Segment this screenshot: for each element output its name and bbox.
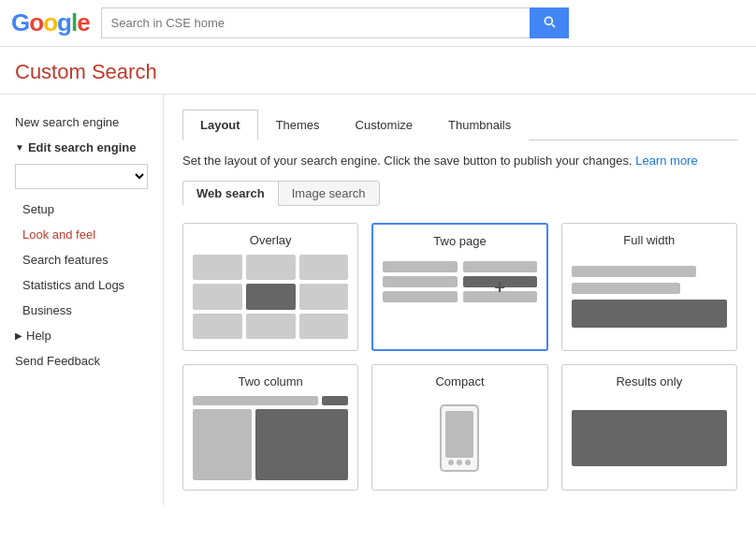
sidebar-item-search-features[interactable]: Search features [7,247,163,272]
layout-card-two-page[interactable]: Two page + [371,223,547,351]
sidebar: New search engine ▼ Edit search engine S… [0,95,164,506]
layout-grid: Overlay Two p [182,223,737,491]
layout-two-page-label: Two page [383,234,536,248]
layout-full-width-preview [572,255,727,339]
learn-more-link[interactable]: Learn more [635,154,697,168]
layout-two-page-preview: + [383,256,536,340]
search-icon [542,14,557,29]
sub-tab-web-search[interactable]: Web search [182,181,279,206]
search-bar [101,7,569,38]
tab-layout[interactable]: Layout [182,110,258,140]
tab-themes[interactable]: Themes [258,110,338,140]
chevron-right-icon: ▶ [15,330,22,341]
header: Google [0,0,756,47]
search-button[interactable] [530,7,569,38]
sidebar-item-stats[interactable]: Statistics and Logs [7,272,163,298]
chevron-down-icon: ▼ [15,142,24,153]
sidebar-item-feedback[interactable]: Send Feedback [0,348,163,374]
layout-full-width-label: Full width [572,233,727,247]
layout-card-compact[interactable]: Compact [371,364,547,491]
google-logo: Google [11,8,90,37]
description: Set the layout of your search engine. Cl… [182,154,737,168]
layout-compact-preview [382,396,537,480]
sidebar-edit-engine-label: Edit search engine [28,140,137,154]
main-container: New search engine ▼ Edit search engine S… [0,95,756,506]
layout-card-two-column[interactable]: Two column [182,364,358,491]
logo-o2: o [43,8,57,37]
sub-tabs: Web search Image search [182,181,737,206]
sidebar-item-new-engine[interactable]: New search engine [0,110,163,135]
layout-overlay-preview [193,255,348,339]
page-title: Custom Search [15,60,741,84]
tab-thumbnails[interactable]: Thumbnails [430,110,529,140]
layout-two-column-preview [193,396,348,480]
layout-two-column-label: Two column [193,374,348,388]
layout-compact-label: Compact [382,374,537,388]
sidebar-help-label: Help [26,329,51,343]
sidebar-engine-dropdown [15,164,148,189]
sidebar-item-look-and-feel[interactable]: Look and feel [7,222,163,247]
sidebar-subsection: Setup Look and feel Search features Stat… [0,197,163,323]
layout-overlay-label: Overlay [193,233,348,247]
sidebar-help[interactable]: ▶ Help [0,323,163,348]
layout-card-results-only[interactable]: Results only [561,364,737,491]
tabs: Layout Themes Customize Thumbnails [182,110,737,140]
layout-card-overlay[interactable]: Overlay [182,223,358,351]
page-title-bar: Custom Search [0,47,756,95]
logo-g2: g [57,8,71,37]
tab-customize[interactable]: Customize [338,110,430,140]
layout-card-full-width[interactable]: Full width [561,223,737,351]
sidebar-item-business[interactable]: Business [7,298,163,323]
sidebar-edit-engine-expand[interactable]: ▼ Edit search engine [0,135,163,160]
layout-results-only-preview [572,396,727,480]
sidebar-item-setup[interactable]: Setup [7,197,163,222]
logo-g: G [11,8,29,37]
layout-results-only-label: Results only [572,374,727,388]
logo-o1: o [29,8,43,37]
description-text: Set the layout of your search engine. Cl… [182,154,632,168]
content: Layout Themes Customize Thumbnails Set t… [164,95,756,506]
search-input[interactable] [101,7,530,38]
logo-e: e [77,8,89,37]
sub-tab-image-search[interactable]: Image search [278,181,380,206]
engine-select[interactable] [15,164,148,189]
